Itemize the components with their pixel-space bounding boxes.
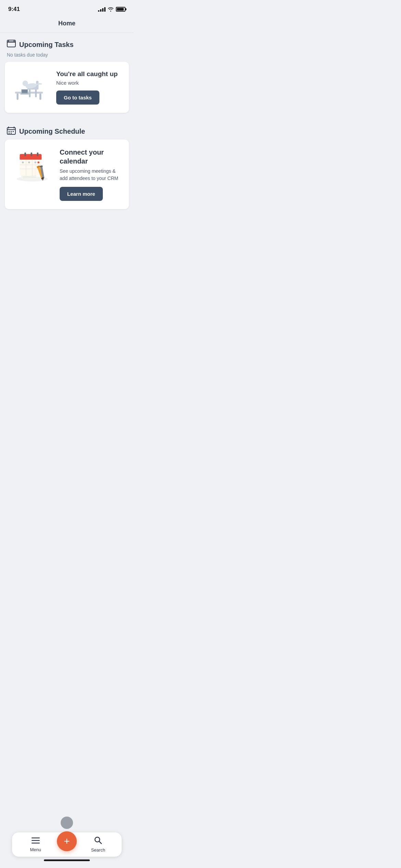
battery-icon [116,7,125,12]
main-content: Upcoming Tasks No tasks due today [0,33,134,257]
schedule-icon [7,126,16,137]
svg-point-12 [23,81,28,86]
upcoming-tasks-title: Upcoming Tasks [19,41,74,49]
page-header: Home [0,16,134,33]
signal-icon [98,7,106,12]
svg-point-39 [34,161,36,163]
go-to-tasks-button[interactable]: Go to tasks [56,91,99,105]
tasks-illustration [12,72,49,103]
svg-rect-7 [29,89,31,97]
svg-rect-17 [7,129,15,130]
status-bar: 9:41 [0,0,134,16]
svg-rect-22 [13,131,14,132]
tasks-card: You're all caught up Nice work Go to tas… [5,62,129,113]
svg-rect-20 [9,131,10,132]
svg-point-40 [37,161,39,163]
svg-rect-8 [35,89,37,97]
svg-rect-14 [22,90,27,93]
tasks-card-heading: You're all caught up [56,70,118,79]
svg-point-38 [28,161,30,163]
learn-more-button[interactable]: Learn more [60,187,103,201]
page-title: Home [0,20,134,27]
svg-point-37 [22,161,24,163]
svg-rect-24 [11,133,12,134]
svg-rect-6 [39,94,41,100]
svg-rect-19 [14,126,14,129]
svg-rect-23 [9,133,10,134]
svg-rect-29 [24,152,26,156]
upcoming-schedule-title: Upcoming Schedule [19,128,85,135]
schedule-card-heading: Connect your calendar [60,148,122,166]
upcoming-tasks-subtitle: No tasks due today [0,52,134,62]
svg-rect-30 [31,152,32,156]
tasks-card-text: You're all caught up Nice work Go to tas… [56,70,118,105]
svg-rect-2 [8,40,9,42]
schedule-card-text: Connect your calendar See upcoming meeti… [60,148,122,201]
schedule-illustration [12,148,53,182]
tasks-icon [7,40,16,49]
tasks-card-subtext: Nice work [56,80,118,86]
upcoming-schedule-section-header: Upcoming Schedule [0,120,134,140]
schedule-card-description: See upcoming meetings & add attendees to… [60,168,122,182]
wifi-icon [108,7,114,12]
svg-rect-15 [20,94,29,95]
upcoming-tasks-section-header: Upcoming Tasks [0,33,134,52]
svg-rect-3 [14,40,14,42]
schedule-card: Connect your calendar See upcoming meeti… [5,140,129,209]
status-icons [98,7,125,12]
status-time: 9:41 [8,6,20,13]
svg-rect-5 [17,94,19,100]
svg-rect-18 [8,126,9,129]
svg-rect-31 [37,152,39,156]
svg-rect-28 [20,157,42,159]
svg-rect-21 [11,131,12,132]
